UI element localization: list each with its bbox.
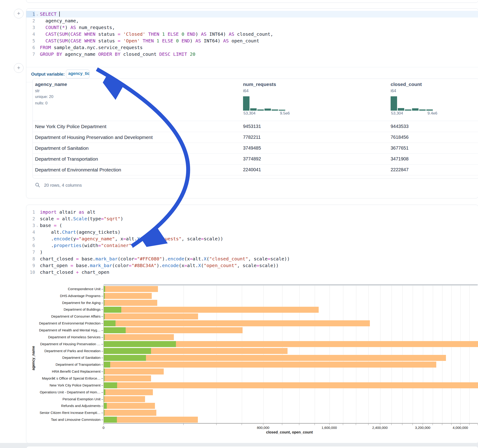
chart-row bbox=[104, 389, 478, 396]
x-axis-tick-label: 3,200,000 bbox=[415, 426, 430, 429]
chart-row bbox=[104, 355, 478, 361]
bar-open-count[interactable] bbox=[104, 382, 117, 388]
bar-open-count[interactable] bbox=[104, 355, 146, 361]
table-cell: Department of Environmental Protection bbox=[35, 167, 121, 173]
line-number: 9 bbox=[26, 262, 35, 269]
histogram-bar bbox=[243, 96, 250, 111]
bar-open-count[interactable] bbox=[104, 307, 121, 313]
bar-open-count[interactable] bbox=[104, 375, 104, 381]
table-row[interactable]: Department of Environmental Protection22… bbox=[33, 164, 478, 175]
bar-closed-count[interactable] bbox=[104, 361, 436, 367]
column-header[interactable]: closed_count bbox=[391, 81, 422, 87]
add-cell-button-top[interactable]: + bbox=[14, 9, 24, 19]
code-line: 5 .encode(y="agency_name", x=alt.X("num_… bbox=[26, 236, 478, 242]
bar-open-count[interactable] bbox=[104, 410, 104, 416]
line-number: 7 bbox=[26, 51, 35, 58]
code-line: 3 COUNT(*) AS num_requests, bbox=[26, 24, 478, 31]
histogram-bar bbox=[257, 109, 264, 111]
bar-open-count[interactable] bbox=[104, 300, 104, 306]
code-text: .encode(y="agency_name", x=alt.X("num_re… bbox=[40, 236, 223, 242]
bar-closed-count[interactable] bbox=[104, 355, 446, 361]
code-line: 4 CAST(SUM(CASE WHEN status = 'Closed' T… bbox=[26, 31, 478, 37]
chart-row bbox=[104, 375, 478, 382]
bar-closed-count[interactable] bbox=[104, 417, 198, 423]
bar-closed-count[interactable] bbox=[104, 293, 152, 299]
chart-row bbox=[104, 286, 478, 292]
code-line: 2 agency_name, bbox=[26, 18, 478, 24]
code-text: base = ( bbox=[40, 222, 62, 229]
bar-open-count[interactable] bbox=[104, 293, 105, 299]
bar-open-count[interactable] bbox=[104, 417, 117, 423]
bar-closed-count[interactable] bbox=[104, 410, 156, 416]
column-histogram[interactable]: 53,3049.5e6 bbox=[243, 97, 289, 114]
y-axis-label: Mayorâ€ s Office of Special Enforce… bbox=[26, 376, 101, 380]
bar-open-count[interactable] bbox=[104, 286, 105, 292]
table-cell: 9443533 bbox=[391, 124, 409, 129]
y-axis-tick bbox=[101, 344, 103, 344]
table-row[interactable]: Department of Housing Preservation and D… bbox=[33, 132, 478, 143]
bar-closed-count[interactable] bbox=[104, 375, 151, 381]
column-header[interactable]: agency_name bbox=[35, 81, 67, 87]
chart-row bbox=[104, 306, 478, 313]
bar-closed-count[interactable] bbox=[104, 320, 370, 326]
output-variable-pill[interactable]: agency_tickets bbox=[66, 70, 89, 78]
bar-open-count[interactable] bbox=[104, 334, 105, 340]
line-number: 3 bbox=[26, 24, 35, 31]
bar-closed-count[interactable] bbox=[104, 396, 145, 402]
bar-closed-count[interactable] bbox=[104, 368, 164, 374]
bar-closed-count[interactable] bbox=[104, 313, 198, 319]
y-axis-tick bbox=[101, 337, 103, 338]
table-row[interactable]: New York City Police Department945313194… bbox=[33, 121, 478, 132]
bar-closed-count[interactable] bbox=[104, 300, 157, 306]
code-line: 9chart_open = base.mark_bar(color="#8BC3… bbox=[26, 262, 478, 269]
bar-open-count[interactable] bbox=[104, 368, 105, 374]
python-code-editor[interactable]: 1import altair as alt2scale = alt.Scale(… bbox=[26, 209, 478, 276]
y-axis-tick bbox=[101, 303, 103, 303]
bar-open-count[interactable] bbox=[104, 396, 104, 402]
bar-open-count[interactable] bbox=[104, 341, 176, 347]
table-row[interactable]: Department of Sanitation37494853677651 bbox=[33, 143, 478, 154]
histogram-bar bbox=[391, 96, 397, 111]
bar-open-count[interactable] bbox=[104, 348, 151, 354]
line-number: 2 bbox=[26, 18, 35, 24]
code-text: alt.Chart(agency_tickets) bbox=[40, 229, 120, 236]
bar-open-count[interactable] bbox=[104, 313, 105, 319]
code-text: chart_closed = base.mark_bar(color="#FFC… bbox=[40, 255, 290, 262]
bar-open-count[interactable] bbox=[104, 403, 107, 409]
bar-closed-count[interactable] bbox=[104, 334, 174, 340]
bar-closed-count[interactable] bbox=[104, 382, 478, 388]
add-cell-button-output[interactable]: + bbox=[14, 63, 24, 73]
bar-open-count[interactable] bbox=[104, 327, 126, 333]
bar-open-count[interactable] bbox=[104, 361, 110, 367]
table-footer: 20 rows, 4 columns bbox=[26, 181, 165, 190]
bar-closed-count[interactable] bbox=[104, 389, 153, 395]
chart-row bbox=[104, 292, 478, 299]
search-icon[interactable] bbox=[35, 182, 40, 188]
bar-open-count[interactable] bbox=[104, 320, 115, 326]
sql-code-editor[interactable]: 1⌄SELECT 2 agency_name,3 COUNT(*) AS num… bbox=[26, 11, 478, 58]
y-axis-label: Operations Unit - Department of Hom… bbox=[26, 390, 101, 394]
bar-closed-count[interactable] bbox=[104, 286, 158, 292]
y-axis-tick bbox=[101, 372, 103, 372]
bar-closed-count[interactable] bbox=[104, 307, 319, 313]
y-axis-tick bbox=[101, 378, 103, 379]
code-text: agency_name, bbox=[40, 18, 79, 24]
bar-open-count[interactable] bbox=[104, 389, 105, 395]
x-axis-tick-label: 4,000,000 bbox=[453, 426, 468, 429]
y-axis-label: Department of Parks and Recreation bbox=[26, 349, 101, 353]
column-stat: nulls: 0 bbox=[35, 101, 48, 106]
bar-closed-count[interactable] bbox=[104, 403, 155, 409]
x-axis-tick bbox=[343, 423, 343, 425]
x-axis-tick-label: 0 bbox=[103, 426, 104, 429]
x-axis-tick bbox=[413, 423, 413, 425]
column-histogram[interactable]: 53,3049.4e6 bbox=[391, 97, 437, 114]
y-axis-tick bbox=[101, 330, 103, 331]
column-header[interactable]: num_requests bbox=[243, 81, 276, 87]
fold-caret-icon[interactable]: ⌄ bbox=[36, 222, 39, 229]
fold-caret-icon[interactable]: ⌄ bbox=[36, 11, 39, 18]
y-axis-tick bbox=[101, 310, 103, 310]
chart-row bbox=[104, 348, 478, 355]
y-axis-tick bbox=[101, 399, 103, 400]
line-number: 5 bbox=[26, 236, 35, 242]
table-row[interactable]: Department of Transportation377489234719… bbox=[33, 154, 478, 165]
